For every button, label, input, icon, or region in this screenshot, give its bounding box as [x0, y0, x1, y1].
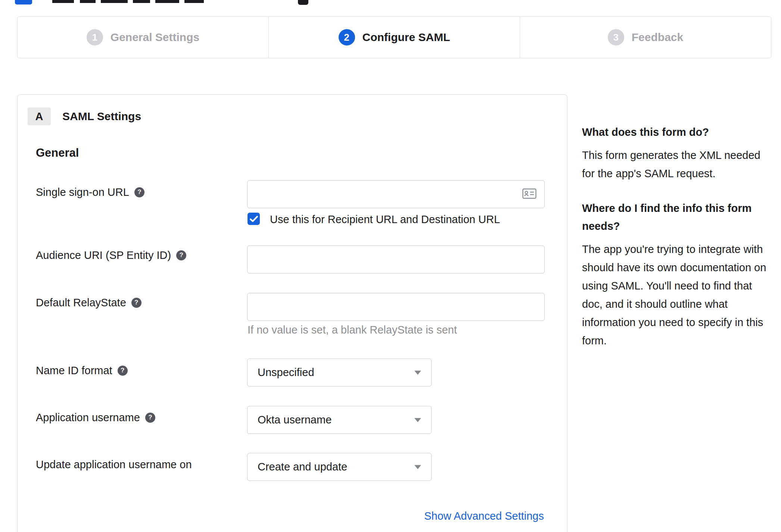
help-icon[interactable]: ? [118, 366, 128, 376]
update-app-username-value: Create and update [258, 461, 347, 473]
saml-settings-panel: A SAML Settings General Single sign-on U… [17, 94, 567, 532]
sidebar-paragraph: This form generates the XML needed for t… [582, 146, 770, 183]
sidebar-heading: Where do I find the info this form needs… [582, 199, 770, 235]
contact-card-icon [522, 188, 536, 201]
step-general-settings[interactable]: 1 General Settings [18, 17, 268, 58]
general-section-title: General [36, 146, 79, 160]
sso-url-label: Single sign-on URL ? [36, 186, 144, 198]
application-username-label: Application username ? [36, 411, 155, 424]
step-label: General Settings [111, 31, 199, 44]
application-username-select[interactable]: Okta username [247, 406, 432, 434]
step-label: Feedback [632, 31, 683, 44]
truncated-logo-fragment [15, 0, 32, 4]
sso-url-label-text: Single sign-on URL [36, 186, 129, 198]
update-app-username-label: Update application username on [36, 458, 192, 471]
audience-uri-label-text: Audience URI (SP Entity ID) [36, 249, 171, 262]
update-app-username-select[interactable]: Create and update [247, 453, 432, 481]
panel-title: SAML Settings [62, 110, 141, 123]
chevron-down-icon [414, 418, 421, 422]
help-icon[interactable]: ? [131, 298, 141, 308]
section-a-badge: A [28, 107, 51, 125]
wizard-stepper: 1 General Settings 2 Configure SAML 3 Fe… [17, 16, 771, 58]
checkmark-icon [250, 216, 258, 222]
audience-uri-label: Audience URI (SP Entity ID) ? [36, 249, 186, 262]
name-id-format-value: Unspecified [258, 366, 314, 379]
chevron-down-icon [414, 465, 421, 469]
recipient-url-checkbox-label[interactable]: Use this for Recipient URL and Destinati… [270, 213, 500, 226]
help-icon[interactable]: ? [176, 250, 186, 260]
default-relaystate-label: Default RelayState ? [36, 296, 141, 309]
default-relaystate-label-text: Default RelayState [36, 296, 126, 309]
default-relaystate-input[interactable] [247, 293, 545, 321]
sso-url-input-wrap [247, 180, 545, 208]
help-icon[interactable]: ? [134, 187, 144, 197]
relaystate-hint: If no value is set, a blank RelayState i… [248, 324, 457, 336]
sidebar-paragraph: The app you're trying to integrate with … [582, 240, 770, 350]
truncated-header [0, 0, 781, 6]
application-username-label-text: Application username [36, 411, 140, 424]
chevron-down-icon [414, 370, 421, 375]
name-id-format-label: Name ID format ? [36, 364, 128, 377]
show-advanced-settings-link[interactable]: Show Advanced Settings [424, 510, 544, 522]
step-configure-saml[interactable]: 2 Configure SAML [268, 17, 520, 58]
step-feedback[interactable]: 3 Feedback [520, 17, 771, 58]
audience-uri-input[interactable] [247, 245, 545, 273]
update-app-username-label-text: Update application username on [36, 458, 192, 471]
recipient-url-checkbox[interactable] [248, 213, 260, 225]
application-username-value: Okta username [258, 414, 332, 426]
step-number-badge: 2 [339, 29, 355, 46]
step-number-badge: 3 [608, 29, 624, 46]
configure-saml-page: 1 General Settings 2 Configure SAML 3 Fe… [0, 0, 781, 532]
help-sidebar: What does this form do? This form genera… [582, 123, 770, 366]
help-icon[interactable]: ? [145, 413, 155, 423]
name-id-format-label-text: Name ID format [36, 364, 112, 377]
step-label: Configure SAML [363, 31, 450, 44]
truncated-icon-fragment [298, 0, 308, 5]
name-id-format-select[interactable]: Unspecified [247, 359, 432, 387]
sidebar-heading: What does this form do? [582, 123, 770, 141]
step-number-badge: 1 [87, 29, 103, 46]
sso-url-input[interactable] [247, 180, 545, 208]
